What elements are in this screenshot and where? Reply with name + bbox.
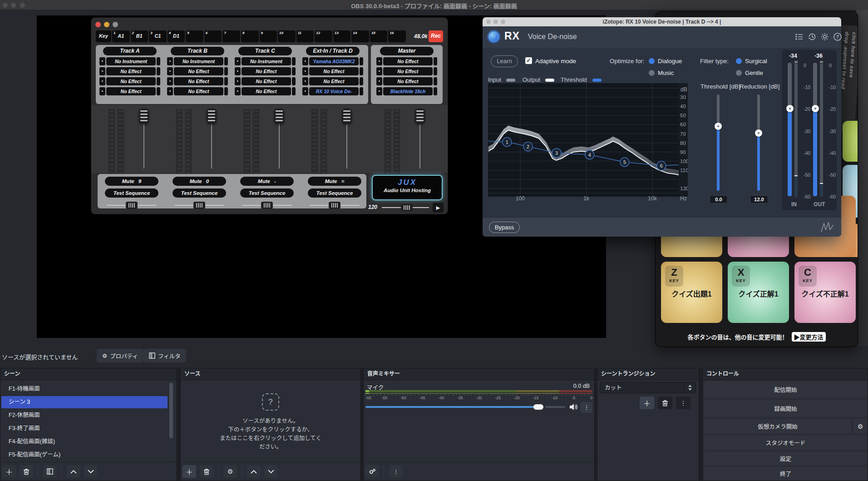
- settings-gear-icon[interactable]: [820, 32, 829, 41]
- slot-menu-button[interactable]: [235, 57, 241, 65]
- slot-value[interactable]: No Effect: [106, 77, 156, 85]
- reduction-slider[interactable]: [755, 94, 762, 191]
- slot-menu-button[interactable]: [99, 57, 105, 65]
- fader-handle[interactable]: [139, 109, 149, 124]
- scene-item[interactable]: F4-配信画面(雑談): [1, 436, 168, 448]
- sources-panel-header[interactable]: ソース: [181, 368, 360, 380]
- slot-value[interactable]: No Instrument: [242, 57, 291, 65]
- slot-menu-button[interactable]: [167, 77, 173, 85]
- scene-list-scrollbar[interactable]: [169, 383, 173, 438]
- slot-menu-button[interactable]: [376, 87, 382, 95]
- studio-mode-button[interactable]: スタジオモード: [704, 436, 867, 450]
- key-cell-2[interactable]: 2B1: [131, 30, 148, 42]
- strip-header[interactable]: Ext-In / Track D: [306, 47, 360, 55]
- slider-handle[interactable]: [126, 202, 138, 209]
- slot-value[interactable]: No Effect: [309, 67, 359, 75]
- key-cell-8[interactable]: 8: [241, 30, 259, 42]
- strip-header[interactable]: Track C: [238, 47, 292, 55]
- key-cell-4[interactable]: 4D1: [168, 30, 185, 42]
- fader-handle[interactable]: [415, 109, 425, 124]
- settings-button[interactable]: 設定: [704, 452, 867, 465]
- slot-value[interactable]: No Effect: [174, 87, 223, 95]
- io-fader-handle[interactable]: [786, 105, 794, 112]
- threshold-slider[interactable]: [715, 94, 722, 191]
- slider-handle[interactable]: [329, 202, 340, 209]
- test-sequence-button[interactable]: Test Sequence: [308, 188, 361, 198]
- slot-menu-button[interactable]: [302, 67, 308, 75]
- slider-handle[interactable]: [193, 202, 205, 209]
- slot-value[interactable]: No Effect: [309, 77, 359, 85]
- transition-select[interactable]: カット: [600, 382, 696, 393]
- adaptive-mode-checkbox[interactable]: ✓: [525, 57, 532, 64]
- key-cell-3[interactable]: 3C1: [149, 30, 167, 42]
- channel-fader[interactable]: [205, 109, 218, 172]
- mixer-menu-button[interactable]: ⋮: [389, 465, 403, 478]
- slot-menu-button[interactable]: [235, 67, 241, 75]
- advanced-audio-button[interactable]: [365, 465, 379, 478]
- test-sequence-button[interactable]: Test Sequence: [105, 188, 158, 198]
- add-source-button[interactable]: ＋: [182, 465, 196, 478]
- learn-button[interactable]: Learn: [491, 55, 518, 67]
- mixer-kebab-button[interactable]: ⋮: [581, 402, 592, 413]
- scene-item[interactable]: F1-待機画面: [1, 383, 168, 395]
- add-scene-button[interactable]: ＋: [2, 465, 16, 478]
- slot-menu-button[interactable]: [235, 87, 241, 95]
- slot-menu-button[interactable]: [167, 87, 173, 95]
- history-icon[interactable]: [808, 32, 817, 41]
- slot-value[interactable]: Yamaha AG03MK2: [309, 57, 359, 65]
- radio-dialogue[interactable]: [649, 58, 655, 64]
- audio-mixer-header[interactable]: 音声ミキサー: [364, 368, 594, 380]
- remove-source-button[interactable]: [200, 465, 213, 478]
- volume-slider[interactable]: [365, 404, 565, 410]
- transition-menu-button[interactable]: ⋮: [676, 397, 690, 409]
- change-method-button[interactable]: ▶変更方法: [792, 332, 826, 342]
- slot-value[interactable]: No Effect: [174, 77, 223, 85]
- key-cell-12[interactable]: 12: [315, 30, 332, 42]
- scene-item[interactable]: F2-休憩画面: [1, 409, 168, 421]
- slot-menu-button[interactable]: [99, 67, 105, 75]
- sources-empty-state[interactable]: ? ソースがありません。下の＋ボタンをクリックするか、またはここを右クリックして…: [181, 393, 360, 451]
- key-cell-5[interactable]: 5: [186, 30, 203, 42]
- play-button[interactable]: ▶: [433, 203, 444, 213]
- channel-fader[interactable]: [340, 109, 353, 172]
- key-cell-13[interactable]: 13: [333, 30, 351, 42]
- speaker-icon[interactable]: [569, 403, 578, 411]
- slot-menu-button[interactable]: [167, 57, 173, 65]
- test-sequence-button[interactable]: Test Sequence: [240, 188, 294, 198]
- channel-fader[interactable]: [138, 109, 150, 172]
- source-down-button[interactable]: [264, 465, 278, 478]
- slot-menu-button[interactable]: [302, 77, 308, 85]
- slot-menu-button[interactable]: [376, 57, 382, 65]
- add-transition-button[interactable]: ＋: [640, 397, 654, 409]
- pad-x[interactable]: XKEYクイズ正解1: [728, 262, 789, 323]
- scene-filters-button[interactable]: [43, 465, 57, 478]
- slot-value[interactable]: No Effect: [383, 57, 433, 65]
- remove-transition-button[interactable]: [658, 397, 672, 409]
- strip-header[interactable]: Track B: [171, 47, 224, 55]
- key-cell-16[interactable]: 16: [388, 30, 406, 42]
- volume-slider-handle[interactable]: [533, 404, 543, 410]
- slot-value[interactable]: No Effect: [106, 67, 156, 75]
- slot-value[interactable]: No Instrument: [106, 57, 156, 65]
- key-cell-1[interactable]: 1A1: [112, 30, 130, 42]
- slot-value[interactable]: No Effect: [174, 67, 223, 75]
- virtual-camera-settings-button[interactable]: ⚙: [853, 419, 867, 433]
- slot-menu-button[interactable]: [302, 57, 308, 65]
- key-cell-10[interactable]: 10: [278, 30, 296, 42]
- key-cell-7[interactable]: 7: [222, 30, 240, 42]
- close-button[interactable]: [95, 22, 101, 27]
- start-streaming-button[interactable]: 配信開始: [704, 381, 867, 398]
- scene-item[interactable]: F3-終了画面: [1, 422, 168, 435]
- io-fader[interactable]: [813, 63, 817, 196]
- slot-menu-button[interactable]: [167, 67, 173, 75]
- fader-handle[interactable]: [342, 109, 352, 124]
- source-up-button[interactable]: [247, 465, 261, 478]
- zoom-button[interactable]: [113, 22, 118, 27]
- fader-handle[interactable]: [207, 109, 217, 124]
- scene-item[interactable]: F5-配信画面(ゲーム): [1, 449, 168, 461]
- properties-button[interactable]: ⚙ プロパティ: [97, 349, 143, 362]
- slot-value[interactable]: RX 10 Voice De-: [309, 87, 359, 95]
- key-cell-14[interactable]: 14: [351, 30, 369, 42]
- mute-button[interactable]: Mute 0: [173, 177, 226, 186]
- start-virtual-camera-button[interactable]: 仮想カメラ開始: [704, 419, 851, 433]
